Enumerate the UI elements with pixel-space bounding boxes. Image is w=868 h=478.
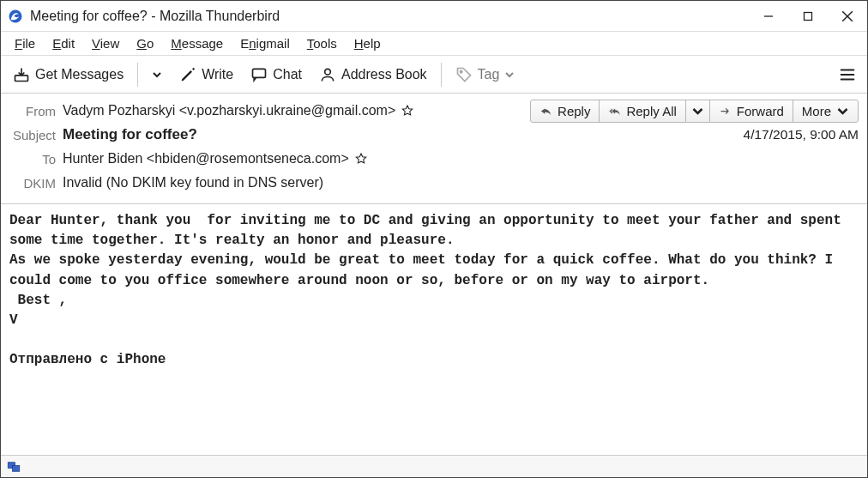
chat-label: Chat	[273, 67, 302, 82]
reply-all-label: Reply All	[626, 104, 676, 118]
dkim-value: Invalid (No DKIM key found in DNS server…	[63, 175, 323, 191]
get-messages-dropdown[interactable]	[147, 66, 167, 83]
menu-view[interactable]: View	[83, 34, 128, 52]
reply-button[interactable]: Reply	[530, 100, 600, 123]
menu-message[interactable]: Message	[162, 34, 232, 52]
message-body[interactable]: Dear Hunter, thank you for inviting me t…	[1, 204, 867, 455]
reply-icon	[539, 105, 552, 118]
from-row: From Vadym Pozharskyi <v.pozharskyi.ukra…	[9, 99, 859, 123]
svg-point-7	[325, 69, 331, 75]
titlebar: Meeting for coffee? - Mozilla Thunderbir…	[1, 1, 867, 32]
chat-button[interactable]: Chat	[245, 63, 307, 87]
get-messages-button[interactable]: Get Messages	[8, 63, 129, 87]
reply-all-button[interactable]: Reply All	[599, 100, 685, 123]
more-label: More	[802, 104, 831, 118]
minimize-button[interactable]	[749, 1, 788, 32]
svg-rect-10	[13, 465, 20, 471]
chevron-down-icon	[504, 70, 515, 80]
hamburger-icon	[838, 65, 857, 84]
star-icon[interactable]	[354, 152, 368, 166]
write-label: Write	[202, 67, 233, 82]
message-header: From Vadym Pozharskyi <v.pozharskyi.ukra…	[1, 94, 867, 204]
pencil-icon	[179, 66, 196, 83]
window-title: Meeting for coffee? - Mozilla Thunderbir…	[30, 9, 280, 24]
address-book-button[interactable]: Address Book	[314, 63, 432, 87]
get-messages-label: Get Messages	[35, 67, 124, 82]
svg-point-8	[460, 70, 462, 73]
forward-label: Forward	[737, 104, 784, 118]
network-status-icon[interactable]	[6, 459, 21, 475]
from-label: From	[9, 104, 63, 118]
toolbar-separator	[137, 63, 138, 87]
tag-label: Tag	[478, 67, 500, 82]
menu-go[interactable]: Go	[128, 34, 162, 52]
menubar: File Edit View Go Message Enigmail Tools…	[1, 32, 867, 56]
dkim-row: DKIM Invalid (No DKIM key found in DNS s…	[9, 171, 859, 195]
close-button[interactable]	[828, 1, 867, 32]
reply-label: Reply	[558, 104, 590, 118]
reply-all-dropdown[interactable]	[685, 100, 710, 123]
subject-value: Meeting for coffee?	[63, 126, 197, 143]
subject-label: Subject	[9, 128, 63, 142]
menu-enigmail[interactable]: Enigmail	[232, 34, 298, 52]
inbox-download-icon	[13, 66, 30, 83]
toolbar: Get Messages Write Chat Address Book Tag	[1, 56, 867, 94]
tag-button[interactable]: Tag	[450, 63, 521, 87]
thunderbird-icon	[8, 9, 23, 24]
menu-help[interactable]: Help	[346, 34, 389, 52]
address-book-icon	[319, 66, 336, 83]
menu-file[interactable]: File	[6, 34, 44, 52]
chevron-down-icon	[152, 70, 162, 80]
menu-tools[interactable]: Tools	[298, 34, 346, 52]
header-actions: Reply Reply All Forward More	[530, 100, 859, 123]
app-menu-button[interactable]	[838, 56, 857, 94]
toolbar-separator	[441, 63, 442, 87]
menu-edit[interactable]: Edit	[44, 34, 83, 52]
svg-rect-5	[15, 75, 28, 81]
dkim-label: DKIM	[9, 176, 63, 191]
address-book-label: Address Book	[341, 67, 427, 82]
to-value[interactable]: Hunter Biden <hbiden@rosemontseneca.com>	[63, 151, 349, 166]
svg-rect-6	[253, 69, 266, 77]
tag-icon	[455, 66, 473, 83]
write-button[interactable]: Write	[174, 63, 238, 87]
svg-point-0	[9, 9, 22, 22]
more-button[interactable]: More	[793, 100, 859, 123]
star-icon[interactable]	[401, 104, 414, 118]
forward-button[interactable]: Forward	[709, 100, 793, 123]
to-row: To Hunter Biden <hbiden@rosemontseneca.c…	[9, 147, 859, 171]
reply-all-icon	[608, 105, 621, 118]
forward-icon	[719, 105, 732, 118]
subject-row: Subject Meeting for coffee? 4/17/2015, 9…	[9, 123, 859, 147]
statusbar	[1, 455, 867, 477]
maximize-button[interactable]	[788, 1, 828, 32]
to-label: To	[9, 152, 63, 166]
chevron-down-icon	[691, 105, 704, 118]
chat-icon	[250, 66, 268, 83]
date-value: 4/17/2015, 9:00 AM	[730, 127, 859, 142]
from-value[interactable]: Vadym Pozharskyi <v.pozharskyi.ukraine@g…	[63, 103, 395, 118]
svg-rect-2	[805, 12, 812, 20]
chevron-down-icon	[836, 105, 849, 118]
